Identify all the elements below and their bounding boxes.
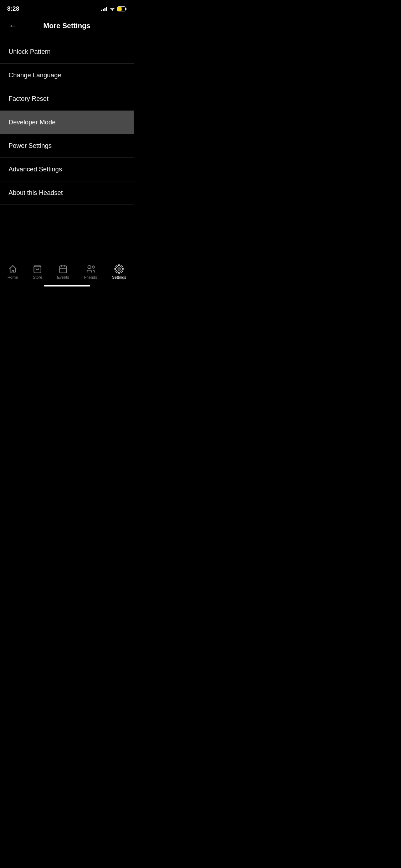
store-icon [33,264,42,274]
menu-item-change-language[interactable]: Change Language [0,64,134,87]
home-indicator [44,285,90,286]
menu-item-power-settings[interactable]: Power Settings [0,134,134,158]
status-time: 8:28 [7,5,19,12]
menu-item-developer-mode[interactable]: Developer Mode [0,111,134,134]
menu-item-factory-reset[interactable]: Factory Reset [0,87,134,111]
svg-point-11 [92,266,94,268]
svg-point-0 [112,10,113,11]
nav-item-store[interactable]: Store [33,264,42,279]
svg-point-10 [88,265,91,269]
nav-label-store: Store [33,275,42,279]
nav-item-events[interactable]: Events [57,264,69,279]
svg-rect-6 [60,266,67,273]
menu-item-about-headset[interactable]: About this Headset [0,181,134,205]
svg-rect-2 [125,8,127,10]
nav-item-friends[interactable]: Friends [84,264,97,279]
wifi-icon [109,7,115,11]
status-bar: 8:28 ⚡ [0,0,134,16]
nav-label-home: Home [7,275,18,279]
svg-text:⚡: ⚡ [119,7,123,12]
menu-list: Unlock PatternChange LanguageFactory Res… [0,40,134,205]
menu-item-advanced-settings[interactable]: Advanced Settings [0,158,134,181]
menu-item-unlock-pattern[interactable]: Unlock Pattern [0,40,134,64]
page-title: More Settings [43,22,90,30]
nav-label-settings: Settings [112,275,126,279]
settings-icon [114,264,124,274]
svg-point-12 [118,268,120,270]
nav-item-settings[interactable]: Settings [112,264,126,279]
back-button[interactable]: ← [7,19,19,32]
friends-icon [86,264,95,274]
status-icons: ⚡ [101,6,127,11]
header: ← More Settings [0,16,134,37]
home-icon [8,264,17,274]
battery-icon: ⚡ [117,6,127,11]
signal-icon [101,7,107,11]
nav-label-friends: Friends [84,275,97,279]
nav-label-events: Events [57,275,69,279]
events-icon [58,264,68,274]
nav-item-home[interactable]: Home [7,264,18,279]
